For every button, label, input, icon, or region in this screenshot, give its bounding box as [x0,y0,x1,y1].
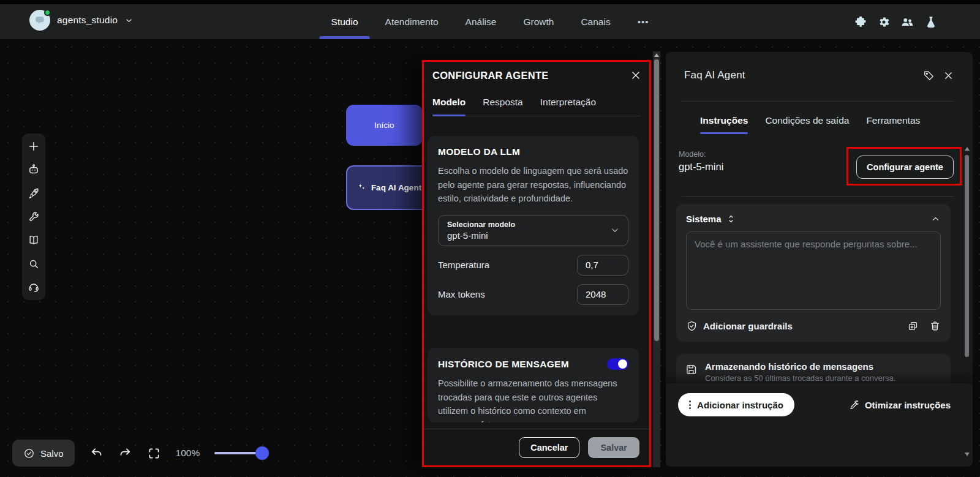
temperature-label: Temperatura [438,260,489,270]
saved-label: Salvo [40,448,64,459]
modal-scrollbar[interactable] [653,51,660,467]
book-icon[interactable] [28,234,40,246]
instruction-actions [907,320,941,332]
puzzle-icon[interactable] [854,15,867,29]
rocket-icon[interactable] [28,187,40,200]
max-tokens-label: Max tokens [438,289,485,299]
guardrails-row: Adicionar guardrails [686,320,941,332]
panel-scrollbar-thumb[interactable] [965,155,969,357]
add-instruction-button[interactable]: Adicionar instrução [678,393,794,416]
redo-icon[interactable] [118,446,132,460]
message-history-section: HISTÓRICO DE MENSAGEM Possibilite o arma… [428,348,639,423]
history-card-text: Armazenando histórico de mensagens Consi… [705,361,895,383]
search-icon[interactable] [28,258,40,270]
modal-tabs: Modelo Resposta Interpretação [432,97,641,116]
trash-icon[interactable] [929,320,941,332]
panel-header: Faq AI Agent [684,69,954,81]
nav-tab-analise[interactable]: Análise [466,4,497,39]
wrench-icon[interactable] [28,211,40,223]
nav-tab-canais[interactable]: Canais [581,4,610,39]
zoom-slider[interactable] [214,452,262,454]
panel-tabs: Instruções Condições de saída Ferramenta… [700,115,920,134]
shield-check-icon [686,320,698,332]
modal-tab-interpretacao[interactable]: Interpretação [540,97,596,116]
divider [682,196,954,197]
nav-more-button[interactable]: ••• [638,17,649,27]
users-icon[interactable] [900,15,914,29]
message-history-toggle[interactable] [607,358,628,370]
plus-icon[interactable] [28,140,40,152]
model-select[interactable]: Selecionar modelo gpt-5-mini [438,215,628,246]
panel-header-actions [923,70,954,81]
optimize-instructions-label: Otimizar instruções [865,400,951,410]
workspace-switcher[interactable]: agents_studio [29,10,134,31]
nav-tab-studio[interactable]: Studio [331,4,358,39]
scroll-up-arrow[interactable] [965,147,970,151]
history-section-title: HISTÓRICO DE MENSAGEM [438,359,569,370]
add-instruction-label: Adicionar instrução [697,400,783,410]
zoom-slider-thumb[interactable] [255,446,269,460]
panel-tab-ferramentas[interactable]: Ferramentas [866,115,920,134]
sort-chevrons-icon[interactable] [726,214,736,224]
max-tokens-input[interactable] [577,284,628,305]
workspace-avatar [29,10,50,31]
cancel-button[interactable]: Cancelar [519,437,579,458]
nav-tab-growth[interactable]: Growth [523,4,554,39]
scroll-down-arrow[interactable] [965,453,970,456]
app-root: agents_studio Studio Atendimento Análise… [0,0,980,477]
model-select-value: gpt-5-mini [447,230,619,241]
panel-scrollbar[interactable] [964,147,970,456]
close-icon[interactable] [943,70,954,81]
add-guardrails-button[interactable]: Adicionar guardrails [686,320,793,332]
save-button[interactable]: Salvar [588,437,639,458]
modal-title: CONFIGURAR AGENTE [432,70,549,81]
divider [682,101,954,102]
configure-agent-button[interactable]: Configurar agente [856,156,954,179]
workspace-name[interactable]: agents_studio [57,15,118,26]
scroll-up-arrow[interactable] [654,53,659,57]
tag-icon[interactable] [923,70,935,81]
chat-bubble-icon [34,14,46,26]
system-title: Sistema [686,214,722,224]
agent-node-label: Faq AI Agent [371,183,421,192]
history-section-header: HISTÓRICO DE MENSAGEM [438,358,628,370]
panel-bottom-bar: Adicionar instrução Otimizar instruções [666,383,973,467]
headset-icon[interactable] [28,281,40,293]
chevron-up-icon[interactable] [930,214,941,224]
optimize-instructions-button[interactable]: Otimizar instruções [848,393,951,416]
modal-footer: Cancelar Salvar [424,429,649,465]
panel-tab-condicoes[interactable]: Condições de saída [765,115,849,134]
flask-icon[interactable] [924,15,937,29]
nav-tab-atendimento[interactable]: Atendimento [385,4,439,39]
system-prompt-textarea[interactable] [686,231,941,310]
llm-section-description: Escolha o modelo de linguagem que será u… [438,164,628,206]
model-select-label: Selecionar modelo [447,220,619,229]
main-nav: Studio Atendimento Análise Growth Canais… [331,4,649,39]
agent-detail-panel: Faq AI Agent Instruções Condições de saí… [666,52,973,467]
fit-view-icon[interactable] [147,446,161,460]
chevron-down-icon[interactable] [124,16,134,25]
chevron-down-icon [609,225,620,236]
start-node-label: Início [374,121,394,130]
modal-scrollbar-thumb[interactable] [654,59,659,341]
temperature-input[interactable] [577,255,628,276]
modal-tab-modelo[interactable]: Modelo [432,97,466,116]
agent-node[interactable]: Faq AI Agent [346,165,432,210]
saved-status-button[interactable]: Salvo [12,440,75,467]
close-icon[interactable] [630,69,642,81]
zoom-level: 100% [176,448,200,459]
add-guardrails-label: Adicionar guardrails [703,321,793,331]
robot-icon[interactable] [28,163,40,176]
duplicate-icon[interactable] [907,320,919,332]
modal-tab-resposta[interactable]: Resposta [483,97,522,116]
llm-model-section: MODELO DA LLM Escolha o modelo de lingua… [428,136,639,315]
system-card-header: Sistema [686,214,941,224]
online-status-dot [44,9,51,16]
toggle-knob [618,359,627,369]
gear-icon[interactable] [877,15,891,29]
panel-tab-instrucoes[interactable]: Instruções [700,115,748,134]
start-node[interactable]: Início [346,105,423,146]
floppy-disk-icon [685,363,698,376]
undo-icon[interactable] [89,446,104,460]
llm-section-title: MODELO DA LLM [438,146,628,157]
